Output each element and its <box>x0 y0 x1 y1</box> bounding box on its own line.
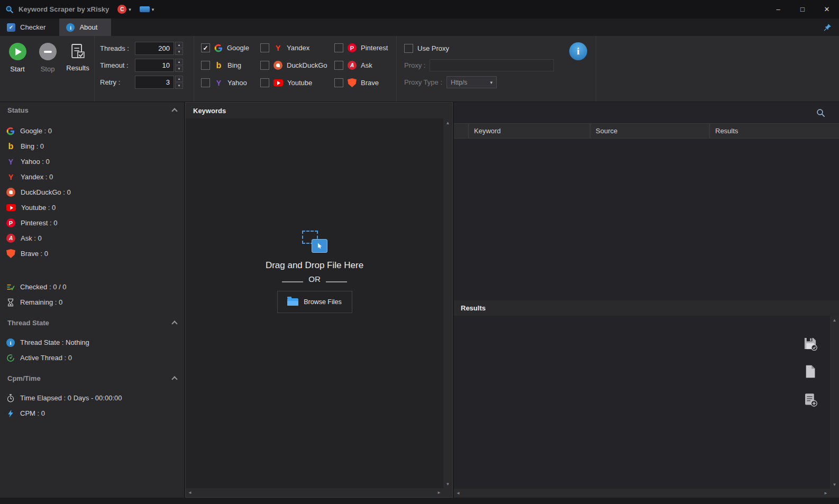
use-proxy-row[interactable]: Use Proxy <box>404 42 595 55</box>
tab-checker[interactable]: ✓ Checker <box>0 19 59 36</box>
google-checkbox[interactable]: ✓ <box>201 43 210 52</box>
results-table-header: Keyword Source Results <box>454 123 839 139</box>
spinner-up-button[interactable]: ▲ <box>175 59 183 65</box>
proxy-row: Proxy : <box>404 59 595 72</box>
drop-file-icon <box>302 231 327 253</box>
engine-yandex[interactable]: Y Yandex <box>260 43 334 52</box>
scroll-up-button[interactable]: ▲ <box>443 118 452 127</box>
tab-about[interactable]: i About <box>59 19 111 36</box>
maximize-button[interactable]: □ <box>790 0 815 19</box>
spinner-down-button[interactable]: ▼ <box>175 49 183 55</box>
yandex-checkbox[interactable] <box>260 43 269 52</box>
results-panel: Keyword Source Results Results <box>454 102 839 498</box>
scroll-down-button[interactable]: ▼ <box>443 480 452 488</box>
scroll-left-button[interactable]: ◄ <box>454 489 462 498</box>
google-icon <box>6 127 15 135</box>
info-icon: i <box>6 338 15 347</box>
scroll-left-button[interactable]: ◄ <box>186 488 194 497</box>
ask-checkbox[interactable] <box>334 61 343 70</box>
logo-badge-icon: C <box>117 5 126 14</box>
engine-youtube[interactable]: Youtube <box>260 78 334 87</box>
proxy-input[interactable] <box>430 59 554 71</box>
engine-brave[interactable]: Brave <box>334 78 402 87</box>
or-label: OR <box>308 274 321 283</box>
yahoo-checkbox[interactable] <box>201 78 210 87</box>
drop-text: Drag and Drop File Here <box>266 260 363 271</box>
flag-menu[interactable]: ▾ <box>140 6 154 12</box>
stop-button[interactable]: Stop <box>33 43 62 102</box>
status-header[interactable]: Status <box>0 102 184 118</box>
retry-label: Retry : <box>100 78 134 86</box>
keywords-dropzone[interactable]: Drag and Drop File Here OR Browse Files <box>186 118 443 488</box>
engine-pinterest[interactable]: P Pinterest <box>334 43 402 52</box>
retry-input[interactable] <box>135 76 174 89</box>
engine-label: Yahoo <box>227 79 247 87</box>
use-proxy-label: Use Proxy <box>417 44 449 52</box>
scroll-right-button[interactable]: ► <box>822 489 830 498</box>
results-table-body[interactable] <box>454 139 839 300</box>
engine-duckduckgo[interactable]: DuckDuckGo <box>260 61 334 70</box>
scroll-right-button[interactable]: ► <box>435 488 443 497</box>
spinner-up-button[interactable]: ▲ <box>175 42 183 48</box>
use-proxy-checkbox[interactable] <box>404 44 413 53</box>
number-settings: Threads : ▲ ▼ Timeout : ▲ ▼ <box>95 36 193 89</box>
column-header-keyword[interactable]: Keyword <box>469 124 590 138</box>
column-header-source[interactable]: Source <box>590 124 710 138</box>
keywords-vertical-scrollbar[interactable]: ▲ ▼ <box>443 118 452 488</box>
spinner-down-button[interactable]: ▼ <box>175 83 183 89</box>
results-button[interactable]: Results <box>63 43 92 102</box>
scroll-up-button[interactable]: ▲ <box>830 316 839 324</box>
duckduckgo-checkbox[interactable] <box>260 61 269 70</box>
thread-state-header[interactable]: Thread State <box>0 315 184 331</box>
column-header-results[interactable]: Results <box>710 124 839 138</box>
browse-files-button[interactable]: Browse Files <box>277 291 352 313</box>
keywords-horizontal-scrollbar[interactable]: ◄ ► <box>186 488 443 497</box>
threads-row: Threads : ▲ ▼ <box>100 42 193 55</box>
status-row-brave: Brave : 0 <box>0 246 184 261</box>
spinner-up-button[interactable]: ▲ <box>175 76 183 82</box>
youtube-checkbox[interactable] <box>260 78 269 87</box>
cpm-time-header[interactable]: Cpm/Time <box>0 370 184 386</box>
results-output-area[interactable]: ▲ ▼ ◄ ► <box>454 316 839 498</box>
start-button[interactable]: Start <box>3 43 32 102</box>
info-button[interactable]: i <box>569 42 587 60</box>
pinterest-checkbox[interactable] <box>334 43 343 52</box>
append-list-button[interactable] <box>802 392 818 408</box>
brave-checkbox[interactable] <box>334 78 343 87</box>
bing-checkbox[interactable] <box>201 61 210 70</box>
bing-icon: b <box>6 142 15 151</box>
engine-ask[interactable]: A Ask <box>334 61 402 70</box>
section-title: Cpm/Time <box>7 374 41 382</box>
proxy-label: Proxy : <box>404 61 425 69</box>
logo-badge-menu[interactable]: C ▾ <box>117 5 131 14</box>
engine-google[interactable]: ✓ Google <box>201 43 260 52</box>
youtube-icon <box>6 204 16 211</box>
section-title: Thread State <box>7 319 49 327</box>
threads-input[interactable] <box>135 42 174 55</box>
checker-icon: ✓ <box>7 23 15 32</box>
chevron-up-icon[interactable] <box>171 376 177 382</box>
proxy-type-select[interactable]: Http/s ▾ <box>446 76 497 88</box>
engine-label: DuckDuckGo <box>287 61 327 69</box>
engine-yahoo[interactable]: Y Yahoo <box>201 78 260 87</box>
minimize-button[interactable]: – <box>766 0 790 19</box>
timeout-input[interactable] <box>135 59 174 72</box>
close-button[interactable]: ✕ <box>815 0 839 19</box>
status-text: Time Elapsed : 0 Days - 00:00:00 <box>20 394 122 402</box>
engine-bing[interactable]: b Bing <box>201 61 260 70</box>
or-divider: OR <box>282 274 347 283</box>
ask-icon: A <box>6 234 15 243</box>
spinner-down-button[interactable]: ▼ <box>175 66 183 72</box>
row-selector-column-header[interactable] <box>454 124 469 138</box>
save-results-button[interactable] <box>802 336 818 352</box>
search-icon[interactable] <box>816 108 825 117</box>
chevron-up-icon[interactable] <box>171 108 177 114</box>
results-vertical-scrollbar[interactable]: ▲ ▼ <box>830 316 839 489</box>
scroll-down-button[interactable]: ▼ <box>830 480 839 489</box>
open-file-button[interactable] <box>802 364 818 380</box>
results-header: Results <box>454 300 839 316</box>
chevron-up-icon[interactable] <box>171 320 177 326</box>
results-horizontal-scrollbar[interactable]: ◄ ► <box>454 489 830 498</box>
pin-icon[interactable] <box>824 23 832 31</box>
status-text: Google : 0 <box>20 127 52 135</box>
